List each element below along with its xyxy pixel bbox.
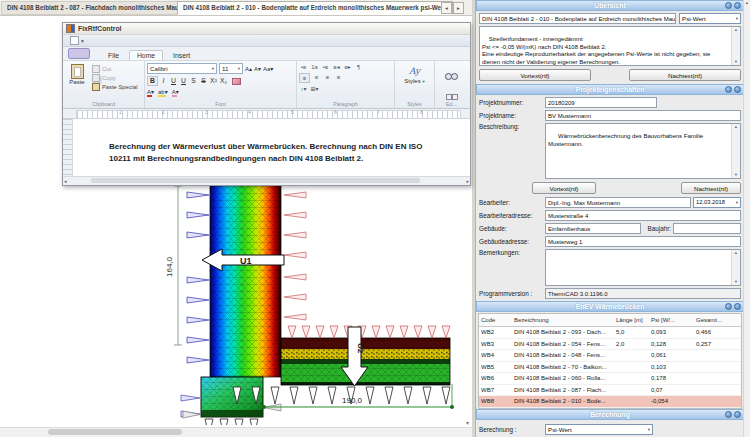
align-center-button[interactable]: ≡ [312,73,321,81]
canvas-scroll-down-icon[interactable]: ▾ [466,419,469,426]
doc-tab-bodenplatte[interactable]: DIN 4108 Beiblatt 2 - 010 - Bodenplatte … [177,1,453,15]
baujahr-field[interactable] [673,223,741,234]
table-header-row[interactable]: Code Bezeichnung Länge [m] Psi [W/... Ge… [479,314,741,327]
gebaeudeadresse-field[interactable]: Musterweg 1 [545,236,741,247]
pin-icon[interactable] [725,303,732,310]
horizontal-ruler[interactable] [76,110,461,119]
section-header-enev[interactable]: EnEV Wärmebrücken [476,301,744,312]
borders-button[interactable]: ⊞▾ [310,85,319,93]
paste-special-button[interactable]: Paste Special [92,83,137,91]
textarea-scrollbar[interactable]: ▴ ▾ [731,27,740,65]
document-scrollbar-thumb[interactable] [91,178,420,183]
tab-insert[interactable]: Insert [166,51,197,60]
result-type-combo[interactable]: Psi-Wert ▾ [679,13,741,24]
scroll-left-icon[interactable]: ◂ [64,178,67,184]
canvas-horizontal-scrollbar[interactable] [0,427,472,437]
projektnummer-field[interactable]: 20180209 [545,97,657,108]
cut-button[interactable]: Cut [92,65,137,73]
gebaeude-field[interactable]: Einfamilienhaus [545,223,641,234]
styles-button[interactable]: Styles ▾ [397,78,432,84]
section-header-uebersicht[interactable]: Übersicht [476,0,744,11]
pilcrow-button[interactable]: ¶ [354,63,363,71]
scroll-down-icon[interactable]: ▾ [732,279,740,285]
table-row-selected[interactable]: WB8DIN 4108 Beiblatt 2 - 010 - Bode... -… [479,396,741,408]
qat-icon[interactable] [70,36,79,45]
section-header-projekteigenschaften[interactable]: Projekteigenschaften [476,84,744,95]
bridge-description-textarea[interactable]: Streifenfundament - innengedämmt Psi <= … [479,26,741,66]
table-row[interactable]: WB6DIN 4108 Beiblatt 2 - 060 - Rolla... … [479,373,741,385]
grow-font-button[interactable]: A▴ [245,65,252,72]
document-area[interactable]: Berechnung der Wärmeverlust über Wärmebr… [63,119,470,176]
bullet-list-button[interactable]: •≡ [299,63,308,71]
vortext-button[interactable]: Vortext(rtf) [479,69,591,81]
collapse-icon[interactable] [734,411,741,418]
pin-icon[interactable] [725,2,732,9]
collapse-icon[interactable] [734,303,741,310]
change-case-button[interactable]: Aa▾ [263,65,273,72]
datum-picker[interactable]: 12.03.2018 ▾ [693,197,741,208]
text-effects-button[interactable]: A▾ [172,88,179,97]
shrink-font-button[interactable]: A▾ [254,65,261,72]
tab-file[interactable]: File [101,51,126,60]
vertical-ruler[interactable] [63,119,73,176]
panel-vertical-scrollbar[interactable]: ▴ [743,0,750,437]
scroll-up-icon[interactable]: ▴ [744,0,750,5]
collapse-icon[interactable] [734,2,741,9]
scroll-right-icon[interactable]: ▸ [466,178,469,184]
textarea-scrollbar[interactable]: ▴ ▾ [731,124,740,178]
font-color-button[interactable]: A▾ [147,88,154,97]
paste-button[interactable]: Paste [65,63,89,100]
scroll-down-icon[interactable]: ▾ [732,172,740,178]
table-row[interactable]: WB3DIN 4108 Beiblatt 2 - 054 - Fens... 2… [479,339,741,351]
decrease-indent-button[interactable]: ≡◂ [332,63,341,71]
tab-home[interactable]: Home [129,50,163,60]
font-size-combo[interactable]: 11 ▾ [219,63,243,74]
justify-button[interactable]: ≡ [334,73,343,81]
copy-button[interactable]: Copy [92,74,137,82]
underline-button[interactable]: U [169,77,178,85]
projektname-field[interactable]: BV Mustermann [545,110,741,121]
scroll-up-icon[interactable]: ▴ [732,124,740,130]
projekt-nachtext-button[interactable]: Nachtext(rtf) [681,182,741,194]
clear-formatting-icon[interactable] [232,78,241,85]
beschreibung-textarea[interactable]: Wärmebrückenberechnung des Bauvorhabens … [545,123,741,179]
document-horizontal-scrollbar[interactable]: ◂ ▸ [63,176,470,185]
align-left-button[interactable]: ≡ [299,73,310,83]
bemerkungen-textarea[interactable]: ▴ ▾ [545,249,741,286]
rtf-title-bar[interactable]: FixRtfControl [63,23,470,35]
projekt-vortext-button[interactable]: Vortext(rtf) [532,182,596,194]
file-menu-button[interactable] [68,48,90,59]
table-row[interactable]: WB2DIN 4108 Beiblatt 2 - 093 - Dach... 5… [479,327,741,339]
tab-scroll-right-icon[interactable]: ▸ [453,2,464,14]
smallcaps-button[interactable]: S [189,77,198,85]
highlight-button[interactable]: ab▾ [158,88,168,97]
scroll-up-icon[interactable]: ▴ [732,250,740,256]
strikethrough-button[interactable]: S [199,77,208,85]
panel-splitter[interactable] [472,0,476,437]
collapse-icon[interactable] [734,86,741,93]
table-row[interactable]: WB5DIN 4108 Beiblatt 2 - 70 - Balkon... … [479,362,741,374]
table-row[interactable]: WB7DIN 4108 Beiblatt 2 - 087 - Flach... … [479,385,741,397]
tab-scroll-left-icon[interactable]: ◂ [441,2,452,14]
bridge-name-field[interactable]: DIN 4108 Beiblatt 2 - 010 - Bodenplatte … [479,13,676,24]
canvas-scrollbar-thumb[interactable] [48,429,182,435]
nachtext-button[interactable]: Nachtext(rtf) [629,69,741,81]
font-name-combo[interactable]: Calibri ▾ [147,63,217,74]
scroll-up-icon[interactable]: ▴ [732,27,740,33]
numbered-list-button[interactable]: 1≡ [310,63,319,71]
qat-dropdown-icon[interactable]: ▾ [81,38,84,44]
increase-indent-button[interactable]: ≡▸ [343,63,352,71]
superscript-button[interactable]: X² [209,77,218,85]
bearbeiter-field[interactable]: Dipl.-Ing. Max Mustermann [545,197,691,208]
bold-button[interactable]: B [147,76,158,86]
italic-button[interactable]: I [159,77,168,85]
double-underline-button[interactable]: U [179,77,188,85]
pin-icon[interactable] [725,86,732,93]
textarea-scrollbar[interactable]: ▴ ▾ [731,250,740,285]
multilevel-list-button[interactable]: •≡ [321,63,330,71]
subscript-button[interactable]: X₂ [219,77,228,85]
find-button[interactable] [445,66,458,84]
align-right-button[interactable]: ≡ [323,73,332,81]
berechnung-combo[interactable]: Psi-Wert ▾ [545,424,653,435]
scroll-down-icon[interactable]: ▾ [732,59,740,65]
